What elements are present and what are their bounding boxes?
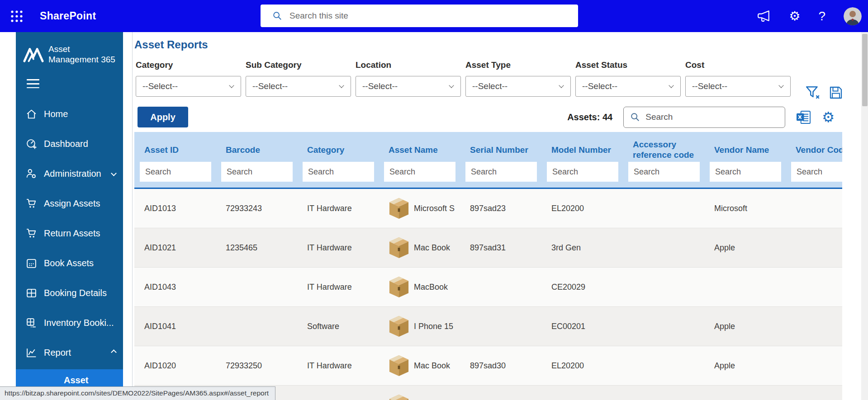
search-icon xyxy=(272,11,282,21)
grid-settings-gear-icon[interactable]: ⚙ xyxy=(822,110,835,124)
asset-box-icon xyxy=(389,276,409,298)
app-logo: Asset Management 365 xyxy=(23,44,123,65)
asset-status-select[interactable]: --Select-- xyxy=(575,76,681,97)
browser-status-url: https://bitzap.sharepoint.com/sites/DEMO… xyxy=(0,386,275,400)
search-barcode-input[interactable] xyxy=(221,162,293,182)
sidebar-item-administration[interactable]: Administration xyxy=(16,159,123,188)
app-launcher-waffle-icon[interactable] xyxy=(10,9,24,23)
sidebar-item-book-assets[interactable]: Book Assets xyxy=(16,248,123,278)
column-header-asset-id[interactable]: Asset ID xyxy=(134,138,216,162)
asset-box-icon xyxy=(389,394,409,400)
filter-row: Category --Select-- Sub Category --Selec… xyxy=(134,60,868,97)
sidebar-navigation: Asset Management 365 Home Dashboard xyxy=(16,32,123,400)
table-row[interactable]: AID1041 Software I Phone 15 EC00201 xyxy=(134,307,842,346)
asset-type-select[interactable]: --Select-- xyxy=(465,76,571,97)
mountain-logo-icon xyxy=(23,46,44,63)
column-header-vendor-code[interactable]: Vendor Code xyxy=(786,138,842,162)
filter-action-icons xyxy=(805,85,843,100)
clear-filter-icon[interactable] xyxy=(805,85,821,100)
admin-user-gear-icon xyxy=(26,168,37,179)
column-header-vendor-name[interactable]: Vendor Name xyxy=(704,138,786,162)
table-row[interactable]: AID1020 72933250 IT Hardware Mac Book 89… xyxy=(134,346,842,386)
sidebar-item-booking-details[interactable]: Booking Details xyxy=(16,278,123,308)
asset-box-icon xyxy=(389,197,409,220)
sidebar-menu: Home Dashboard Administration xyxy=(16,99,123,367)
page-title: Asset Reports xyxy=(134,38,868,51)
column-search-row xyxy=(134,162,842,188)
chevron-down-icon xyxy=(449,83,454,88)
column-header-accessory-reference-code[interactable]: Accessory reference code xyxy=(623,138,704,162)
search-category-input[interactable] xyxy=(303,162,374,182)
grid-toolbar-right: Assets: 44 ⚙ xyxy=(567,107,835,128)
topbar-action-icons: ⚙ ? xyxy=(757,0,862,32)
search-serial-number-input[interactable] xyxy=(465,162,537,182)
help-icon[interactable]: ? xyxy=(818,9,825,24)
sidebar-item-dashboard[interactable]: Dashboard xyxy=(16,129,123,159)
sidebar-item-report[interactable]: Report xyxy=(16,338,123,367)
cost-select[interactable]: --Select-- xyxy=(685,76,791,97)
vertical-scrollbar[interactable] xyxy=(861,32,868,400)
chevron-up-icon[interactable] xyxy=(111,349,117,355)
sidebar-collapse-hamburger-icon[interactable] xyxy=(27,79,39,88)
asset-box-icon xyxy=(389,236,409,259)
search-vendor-code-input[interactable] xyxy=(791,162,842,182)
settings-gear-icon[interactable]: ⚙ xyxy=(789,10,800,23)
excel-export-icon[interactable] xyxy=(796,110,811,124)
cart-icon xyxy=(26,198,37,209)
chevron-down-icon xyxy=(559,83,564,88)
filter-location: Location --Select-- xyxy=(356,60,461,97)
asset-box-icon xyxy=(389,315,409,338)
chevron-down-icon xyxy=(229,83,234,88)
column-header-serial-number[interactable]: Serial Number xyxy=(460,138,541,162)
column-header-model-number[interactable]: Model Number xyxy=(541,138,623,162)
sharepoint-brand[interactable]: SharePoint xyxy=(40,10,96,22)
search-asset-name-input[interactable] xyxy=(384,162,455,182)
location-select[interactable]: --Select-- xyxy=(356,76,461,97)
sidebar-item-return-assets[interactable]: Return Assets xyxy=(16,218,123,248)
category-select[interactable]: --Select-- xyxy=(136,76,241,97)
table-row[interactable]: AID1013 72933243 IT Hardware Microsoft S… xyxy=(134,189,842,228)
sidebar-item-home[interactable]: Home xyxy=(16,99,123,129)
site-search-placeholder: Search this site xyxy=(289,11,348,21)
column-header-barcode[interactable]: Barcode xyxy=(216,138,297,162)
filter-sub-category: Sub Category --Select-- xyxy=(246,60,351,97)
megaphone-icon[interactable] xyxy=(757,10,771,23)
table-header-row: Asset ID Barcode Category Asset Name Ser… xyxy=(134,132,842,162)
apply-button[interactable]: Apply xyxy=(138,107,188,127)
home-icon xyxy=(26,108,37,120)
search-asset-id-input[interactable] xyxy=(140,162,211,182)
chevron-down-icon xyxy=(669,83,674,88)
grid-search-input[interactable] xyxy=(645,112,768,122)
table-row[interactable]: AID1021 1235465 IT Hardware Mac Book 897… xyxy=(134,228,842,268)
search-accessory-input[interactable] xyxy=(628,162,700,182)
line-chart-icon xyxy=(26,347,37,358)
column-header-asset-name[interactable]: Asset Name xyxy=(379,138,460,162)
sharepoint-topbar: SharePoint Search this site ⚙ ? xyxy=(0,0,868,32)
site-search-box[interactable]: Search this site xyxy=(261,5,578,27)
user-avatar[interactable] xyxy=(844,7,862,25)
inventory-icon xyxy=(26,317,37,329)
table-row[interactable]: AID1043 IT Hardware MacBook CE20029 xyxy=(134,268,842,307)
cart-icon xyxy=(26,228,37,239)
app-logo-text: Asset Management 365 xyxy=(48,44,115,65)
filter-cost: Cost --Select-- xyxy=(685,60,791,97)
grid-search-box[interactable] xyxy=(623,107,785,128)
sidebar-item-assign-assets[interactable]: Assign Assets xyxy=(16,188,123,218)
left-gutter xyxy=(0,32,16,400)
asset-box-icon xyxy=(389,354,409,377)
search-icon xyxy=(630,112,640,122)
save-icon[interactable] xyxy=(829,85,843,100)
search-model-number-input[interactable] xyxy=(547,162,618,182)
table-grid-icon xyxy=(26,287,37,299)
chevron-down-icon[interactable] xyxy=(111,170,117,176)
assets-count: Assets: 44 xyxy=(567,112,612,122)
sub-category-select[interactable]: --Select-- xyxy=(246,76,351,97)
assets-table: Asset ID Barcode Category Asset Name Ser… xyxy=(134,132,842,400)
scrollbar-thumb[interactable] xyxy=(862,34,868,106)
filter-asset-type: Asset Type --Select-- xyxy=(465,60,571,97)
column-header-category[interactable]: Category xyxy=(297,138,379,162)
search-vendor-name-input[interactable] xyxy=(710,162,781,182)
sidebar-item-inventory-booking[interactable]: Inventory Booki... xyxy=(16,308,123,338)
chevron-down-icon xyxy=(778,83,783,88)
grid-toolbar: Apply Assets: 44 xyxy=(134,106,868,128)
